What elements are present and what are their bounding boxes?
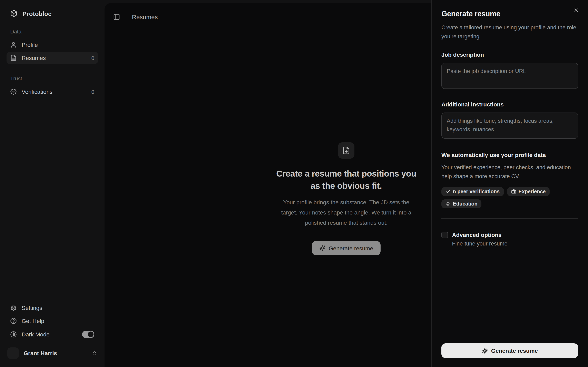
badge-check-icon (10, 89, 17, 95)
panel-subtitle: Create a tailored resume using your prof… (441, 23, 578, 41)
empty-state-heading: Create a resume that positions you as th… (274, 167, 418, 192)
app-window: Protobloc Data Profile Resumes 0 Trust V… (0, 0, 588, 367)
additional-instructions-label: Additional instructions (441, 101, 578, 108)
sidebar-spacer (7, 98, 98, 302)
check-icon (445, 189, 450, 194)
badge-peer-verifications: n peer verifications (441, 187, 504, 196)
sidebar-item-label: Profile (22, 42, 38, 48)
chevrons-up-down-icon (92, 350, 97, 356)
sidebar-item-verifications[interactable]: Verifications 0 (7, 86, 98, 98)
sidebar-item-resumes[interactable]: Resumes 0 (7, 52, 98, 64)
badge-label: Experience (518, 189, 545, 194)
resumes-count-badge: 0 (91, 55, 94, 61)
page-title: Resumes (132, 13, 158, 20)
box-logo-icon (10, 10, 17, 17)
toggle-knob (88, 332, 94, 337)
briefcase-icon (511, 189, 516, 194)
gear-icon (10, 305, 17, 311)
dark-mode-toggle[interactable] (82, 331, 94, 338)
panel-divider (441, 218, 578, 218)
advanced-options-section: Advanced options Fine-tune your resume (441, 231, 578, 247)
sidebar-item-get-help[interactable]: Get Help (7, 315, 98, 327)
additional-instructions-input[interactable] (441, 113, 578, 139)
badge-education: Education (441, 199, 482, 208)
panel-close-button[interactable] (572, 7, 580, 14)
badge-label: n peer verifications (453, 189, 500, 194)
verifications-count-badge: 0 (91, 89, 94, 95)
job-description-label: Job description (441, 51, 578, 58)
panel-generate-resume-button[interactable]: Generate resume (441, 343, 578, 358)
sidebar-item-label: Dark Mode (22, 331, 50, 338)
profile-data-badges: n peer verifications Experience Educatio… (441, 187, 578, 208)
contrast-icon (10, 331, 17, 338)
close-icon (573, 7, 579, 13)
sidebar-item-label: Settings (22, 305, 42, 311)
advanced-options-label: Advanced options (452, 231, 502, 238)
empty-state: Create a resume that positions you as th… (265, 142, 428, 256)
sidebar-item-settings[interactable]: Settings (7, 302, 98, 314)
sidebar-item-dark-mode[interactable]: Dark Mode (7, 328, 98, 341)
sidebar-item-profile[interactable]: Profile (7, 39, 98, 51)
avatar (7, 347, 19, 359)
sidebar-toggle-button[interactable] (113, 13, 120, 20)
sidebar-item-label: Verifications (22, 89, 52, 95)
user-name: Grant Harris (24, 350, 57, 356)
generate-resume-panel: Generate resume Create a tailored resume… (431, 0, 588, 367)
sidebar: Protobloc Data Profile Resumes 0 Trust V… (0, 0, 104, 367)
user-icon (10, 42, 17, 48)
generate-resume-button[interactable]: Generate resume (312, 241, 380, 256)
advanced-options-sublabel: Fine-tune your resume (452, 240, 578, 247)
advanced-options-row: Advanced options (441, 231, 578, 238)
section-label-trust: Trust (10, 75, 94, 82)
empty-state-icon-container (338, 142, 355, 159)
sparkles-icon (482, 348, 488, 354)
help-circle-icon (10, 318, 17, 324)
advanced-options-checkbox[interactable] (441, 231, 448, 238)
profile-data-description: Your verified experience, peer checks, a… (441, 163, 578, 181)
graduation-cap-icon (445, 201, 450, 206)
badge-experience: Experience (507, 187, 550, 196)
panel-title: Generate resume (441, 10, 578, 18)
generate-resume-button-label: Generate resume (329, 245, 373, 252)
brand-row: Protobloc (7, 10, 98, 17)
job-description-input[interactable] (441, 63, 578, 89)
brand-name: Protobloc (22, 10, 52, 17)
section-label-data: Data (10, 29, 94, 35)
file-plus-icon (342, 146, 350, 155)
badge-label: Education (453, 201, 477, 207)
user-menu[interactable]: Grant Harris (7, 347, 98, 359)
panel-left-icon (113, 13, 120, 20)
sidebar-item-label: Get Help (22, 318, 44, 324)
profile-data-heading: We automatically use your profile data (441, 152, 578, 158)
header-divider (126, 12, 126, 21)
panel-generate-resume-button-label: Generate resume (491, 347, 538, 354)
sidebar-item-label: Resumes (22, 55, 46, 61)
file-text-icon (10, 55, 17, 61)
sparkles-icon (319, 245, 325, 251)
empty-state-description: Your profile brings the substance. The J… (277, 197, 416, 228)
